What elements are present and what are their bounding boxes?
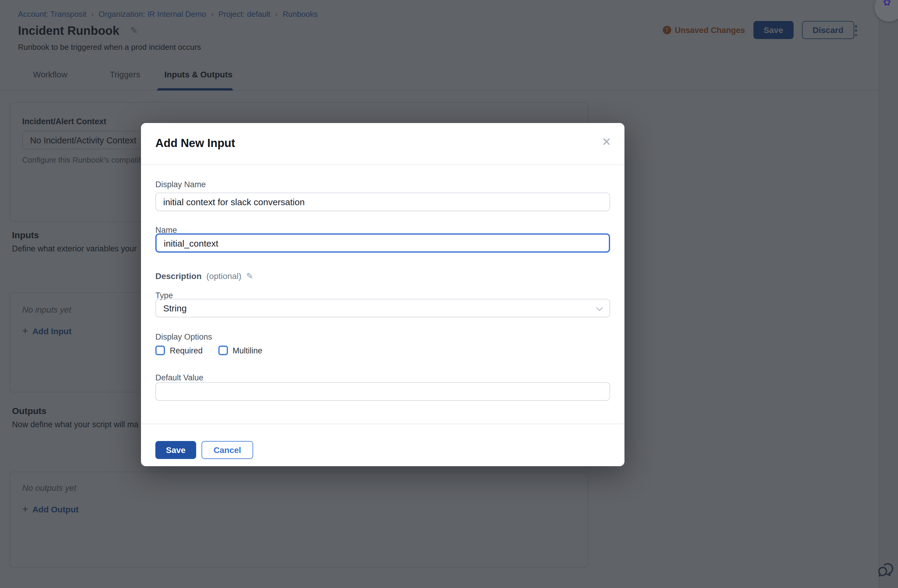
description-optional-label: (optional) [206, 271, 241, 281]
display-name-input[interactable] [155, 192, 610, 211]
edit-description-pencil-icon[interactable]: ✎ [246, 271, 253, 281]
description-label: Description [155, 271, 201, 281]
display-options-label: Display Options [155, 332, 212, 342]
modal-save-button[interactable]: Save [155, 441, 196, 459]
description-row: Description (optional) ✎ [155, 271, 253, 281]
app-stage: Account: Transposit › Organization: IR I… [0, 0, 898, 588]
display-options-row: Required Multiline [155, 346, 263, 355]
modal-footer-divider [141, 423, 624, 424]
close-icon[interactable]: ✕ [602, 136, 611, 148]
multiline-checkbox-label: Multiline [233, 346, 263, 355]
type-select[interactable]: String [155, 299, 610, 317]
display-name-label: Display Name [155, 180, 206, 189]
type-select-value: String [163, 303, 186, 313]
name-input[interactable] [155, 233, 610, 252]
modal-title: Add New Input [155, 137, 235, 150]
add-new-input-modal: Add New Input ✕ Display Name Name Descri… [141, 123, 624, 466]
multiline-checkbox[interactable] [218, 346, 228, 355]
modal-header: Add New Input ✕ [141, 123, 624, 165]
modal-footer: Save Cancel [155, 441, 253, 459]
default-value-input[interactable] [155, 382, 610, 401]
chat-bubbles-icon[interactable] [876, 560, 897, 583]
modal-cancel-button[interactable]: Cancel [201, 441, 253, 459]
required-checkbox-label: Required [170, 346, 203, 355]
default-value-label: Default Value [155, 373, 203, 382]
chevron-down-icon [596, 304, 603, 311]
flower-icon: ✿ [883, 0, 891, 8]
required-checkbox[interactable] [155, 346, 165, 355]
